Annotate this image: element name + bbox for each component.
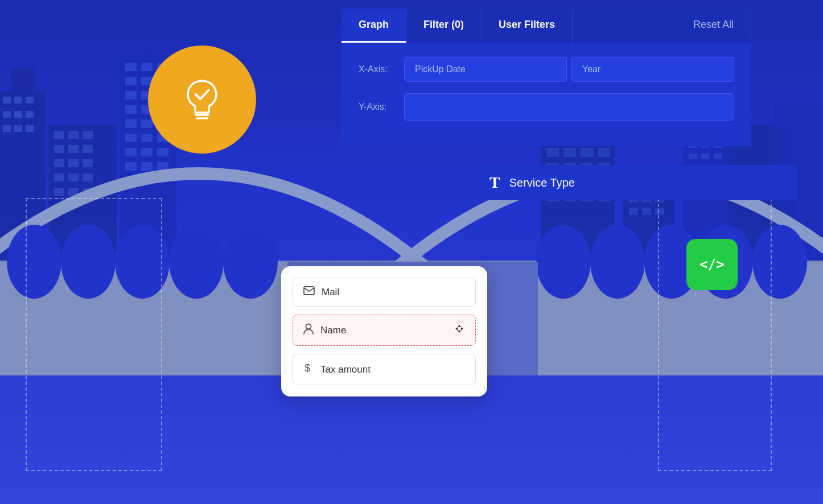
y-axis-row: Y-Axis: (359, 93, 734, 121)
tab-filter[interactable]: Filter (0) (406, 9, 482, 43)
mail-field[interactable]: Mail (293, 278, 476, 307)
tax-amount-field[interactable]: $ Tax amount (293, 354, 476, 385)
y-axis-label: Y-Axis: (359, 102, 404, 112)
mail-icon (303, 286, 315, 298)
service-type-dropdown[interactable]: T Service Type (478, 165, 797, 200)
name-field-label: Name (320, 325, 447, 336)
y-axis-input-field[interactable] (404, 93, 734, 121)
x-axis-input-field[interactable]: PickUp Date (404, 57, 567, 82)
tab-reset-all[interactable]: Reset All (676, 9, 751, 43)
nav-tabs: Graph Filter (0) User Filters Reset All (341, 9, 751, 43)
lightbulb-icon (176, 74, 228, 125)
name-field-dragging[interactable]: Name (293, 315, 476, 346)
mail-field-label: Mail (322, 287, 339, 298)
x-axis-row: X-Axis: PickUp Date Year (359, 57, 734, 82)
text-type-icon: T (489, 173, 500, 192)
tab-user-filters[interactable]: User Filters (482, 9, 573, 43)
dropdown-label: Service Type (509, 176, 575, 189)
x-axis-granularity-field[interactable]: Year (571, 57, 734, 82)
svg-text:$: $ (304, 362, 310, 374)
code-button-label: </> (699, 257, 724, 272)
drag-handle-icon[interactable] (454, 323, 465, 337)
x-axis-inputs: PickUp Date Year (404, 57, 734, 82)
lightbulb-badge (148, 46, 256, 154)
dollar-icon: $ (303, 362, 314, 377)
form-card: Mail Name $ Tax amount (281, 266, 487, 396)
code-button[interactable]: </> (686, 239, 738, 290)
axes-config: X-Axis: PickUp Date Year Y-Axis: (341, 43, 751, 146)
x-axis-label: X-Axis: (359, 64, 404, 75)
tab-graph[interactable]: Graph (341, 9, 406, 43)
svg-point-120 (306, 324, 311, 329)
tax-amount-field-label: Tax amount (320, 364, 371, 375)
person-icon (303, 323, 314, 337)
nav-panel: Graph Filter (0) User Filters Reset All … (341, 9, 751, 146)
